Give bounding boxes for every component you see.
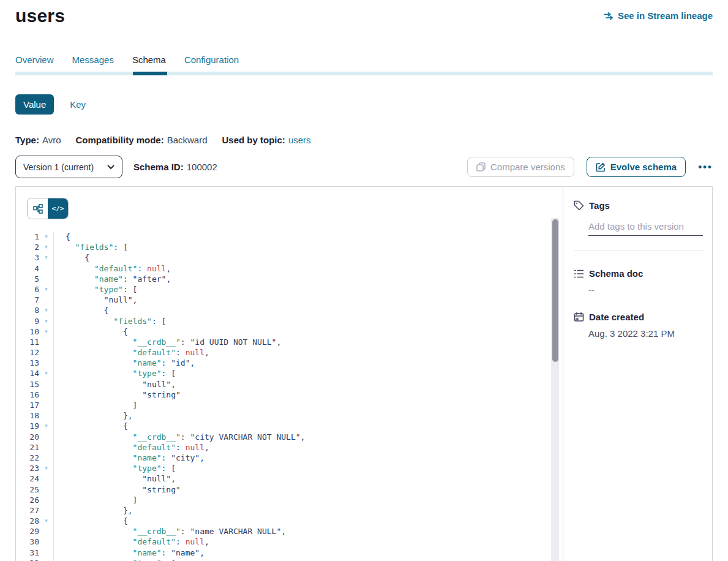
line-number: 10 bbox=[16, 326, 39, 337]
tab-bar: Overview Messages Schema Configuration bbox=[15, 55, 713, 72]
line-number: 9 bbox=[16, 316, 39, 326]
meta-type: Type: Avro bbox=[15, 135, 61, 145]
topic-link[interactable]: users bbox=[288, 135, 311, 145]
see-in-stream-lineage-link[interactable]: See in Stream lineage bbox=[603, 10, 713, 21]
editor-scrollbar-track[interactable] bbox=[551, 218, 559, 561]
fold-toggle-icon[interactable]: ▼ bbox=[39, 558, 53, 561]
fold-toggle-icon[interactable]: ▼ bbox=[39, 284, 53, 295]
meta-used-by-topic: Used by topic: users bbox=[222, 135, 311, 145]
line-number: 6 bbox=[16, 284, 39, 295]
more-actions-button[interactable]: ••• bbox=[698, 162, 713, 172]
code-line: 16 "string" bbox=[16, 390, 563, 400]
fold-toggle-icon[interactable]: ▼ bbox=[39, 421, 53, 431]
stream-lineage-icon bbox=[603, 12, 614, 20]
tab-underline-bar bbox=[15, 72, 713, 75]
value-key-toggle: Value Key bbox=[15, 94, 713, 115]
line-number: 27 bbox=[16, 505, 39, 516]
code-line: 19▼ { bbox=[16, 421, 563, 431]
code-text: { bbox=[53, 305, 108, 315]
code-line: 26 ] bbox=[16, 495, 563, 505]
code-text: { bbox=[53, 232, 70, 242]
meta-compatibility: Compatibility mode: Backward bbox=[75, 135, 207, 145]
line-number: 26 bbox=[16, 495, 39, 505]
version-select[interactable]: Version 1 (current) bbox=[15, 156, 122, 178]
code-line: 9▼ "fields": [ bbox=[16, 316, 563, 326]
schema-code-editor[interactable]: </> 1▼{2▼ "fields": [3▼ {4 "default": nu… bbox=[16, 187, 563, 561]
schema-doc-section: Schema doc -- bbox=[574, 268, 703, 295]
tree-view-button[interactable] bbox=[28, 198, 48, 219]
line-number: 14 bbox=[16, 368, 39, 378]
code-text: { bbox=[53, 421, 128, 431]
code-text: "string" bbox=[53, 390, 181, 400]
fold-toggle-icon[interactable]: ▼ bbox=[39, 463, 53, 473]
code-text: }, bbox=[53, 410, 133, 421]
code-line: 24 "null", bbox=[16, 473, 563, 484]
key-tab-button[interactable]: Key bbox=[70, 99, 86, 110]
line-number: 7 bbox=[16, 295, 39, 305]
edit-icon bbox=[596, 162, 606, 172]
line-number: 5 bbox=[16, 274, 39, 284]
fold-toggle-icon[interactable]: ▼ bbox=[39, 516, 53, 526]
code-line: 2▼ "fields": [ bbox=[16, 242, 563, 252]
tag-icon bbox=[574, 200, 584, 211]
value-tab-button[interactable]: Value bbox=[15, 94, 54, 115]
code-icon: </> bbox=[52, 205, 64, 213]
code-text: { bbox=[53, 516, 128, 526]
tab-messages[interactable]: Messages bbox=[72, 55, 114, 72]
line-number: 16 bbox=[16, 390, 39, 400]
compare-versions-button[interactable]: Compare versions bbox=[467, 157, 574, 177]
code-line: 28▼ { bbox=[16, 516, 563, 526]
line-number: 20 bbox=[16, 432, 39, 442]
list-icon bbox=[574, 269, 584, 279]
code-view-button[interactable]: </> bbox=[48, 198, 68, 219]
fold-toggle-icon[interactable]: ▼ bbox=[39, 368, 53, 378]
line-number: 23 bbox=[16, 463, 39, 473]
code-text: ] bbox=[53, 400, 137, 410]
tab-configuration[interactable]: Configuration bbox=[184, 55, 239, 72]
code-text: "null", bbox=[53, 473, 176, 484]
code-text: "fields": [ bbox=[53, 242, 128, 252]
code-line: 11 "__crdb__": "id UUID NOT NULL", bbox=[16, 337, 563, 347]
code-line: 17 ] bbox=[16, 400, 563, 410]
add-tags-input[interactable] bbox=[588, 220, 703, 236]
tab-overview[interactable]: Overview bbox=[15, 55, 54, 72]
schema-doc-header: Schema doc bbox=[574, 268, 703, 279]
fold-toggle-icon[interactable]: ▼ bbox=[39, 232, 53, 242]
line-number: 29 bbox=[16, 526, 39, 537]
editor-scrollbar-thumb[interactable] bbox=[552, 219, 558, 362]
line-number: 4 bbox=[16, 263, 39, 274]
fold-toggle-icon[interactable]: ▼ bbox=[39, 252, 53, 263]
date-created-value: Aug. 3 2022 3:21 PM bbox=[588, 328, 703, 339]
line-number: 12 bbox=[16, 347, 39, 358]
line-number: 17 bbox=[16, 400, 39, 410]
calendar-plus-icon bbox=[574, 312, 584, 322]
code-line: 25 "string" bbox=[16, 484, 563, 495]
fold-toggle-icon[interactable]: ▼ bbox=[39, 242, 53, 252]
used-by-topic-label: Used by topic: bbox=[222, 135, 285, 145]
code-text: ] bbox=[53, 495, 137, 505]
chevron-down-icon bbox=[107, 165, 114, 170]
line-number: 25 bbox=[16, 484, 39, 495]
schema-info-sidebar: Tags Schema doc -- bbox=[563, 187, 712, 561]
code-text: "__crdb__": "city VARCHAR NOT NULL", bbox=[53, 432, 305, 442]
fold-toggle-icon[interactable]: ▼ bbox=[39, 305, 53, 315]
line-number: 1 bbox=[16, 232, 39, 242]
code-line: 5 "name": "after", bbox=[16, 274, 563, 284]
code-line: 12 "default": null, bbox=[16, 347, 563, 358]
code-line: 4 "default": null, bbox=[16, 263, 563, 274]
line-number: 15 bbox=[16, 379, 39, 390]
page-header: users See in Stream lineage bbox=[15, 0, 713, 26]
compatibility-value: Backward bbox=[167, 135, 208, 145]
version-toolbar: Version 1 (current) Schema ID: 100002 Co… bbox=[15, 156, 713, 178]
fold-toggle-icon[interactable]: ▼ bbox=[39, 316, 53, 326]
schema-doc-value: -- bbox=[588, 285, 703, 295]
code-text: "null", bbox=[53, 379, 176, 390]
code-line: 29 "__crdb__": "name VARCHAR NULL", bbox=[16, 526, 563, 537]
code-text: "fields": [ bbox=[53, 316, 166, 326]
fold-toggle-icon[interactable]: ▼ bbox=[39, 326, 53, 337]
line-number: 24 bbox=[16, 473, 39, 484]
tab-schema[interactable]: Schema bbox=[132, 55, 166, 72]
line-number: 19 bbox=[16, 421, 39, 431]
evolve-schema-button[interactable]: Evolve schema bbox=[587, 157, 686, 177]
code-line: 10▼ { bbox=[16, 326, 563, 337]
